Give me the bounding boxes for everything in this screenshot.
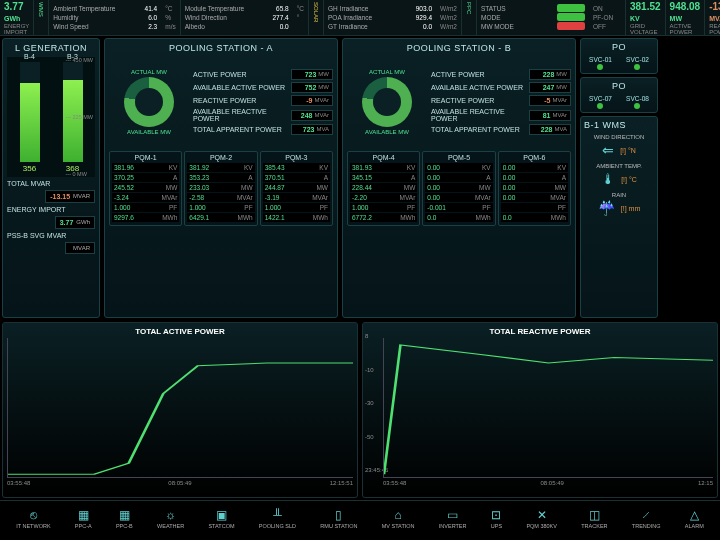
pool-a-donut: ACTUAL MW AVAILABLE MW	[109, 57, 189, 147]
pqm-PQM-3: PQM-3385.43KV370.51A244.87MW-3.19MVAr1.0…	[260, 151, 333, 226]
pooling sld-icon: ╨	[273, 508, 282, 522]
nav-weather[interactable]: ☼WEATHER	[157, 508, 184, 529]
reactive-power-chart: TOTAL REACTIVE POWER 8-10-30-5023:45:46 …	[362, 322, 718, 498]
nav-ppc-a[interactable]: ▦PPC-A	[75, 508, 92, 529]
ppc-b-icon: ▦	[119, 508, 130, 522]
nav-it network[interactable]: ⎋IT NETWORK	[16, 508, 50, 529]
statcom-icon: ▣	[216, 508, 227, 522]
ppc-status: STATUSONMODEPF-ONMW MODEOFF	[477, 0, 626, 35]
nav-pqm 380kv[interactable]: ✕PQM 380KV	[526, 508, 557, 529]
bar-B-4: B-4356	[11, 53, 48, 173]
pool-a-title: POOLING STATION - A	[109, 43, 333, 53]
wms-label: WMS	[34, 0, 49, 35]
top-metrics-bar: 3.77 GWh ENERGY IMPORT WMS Ambient Tempe…	[0, 0, 720, 36]
nav-trending[interactable]: ⟋TRENDING	[632, 508, 661, 529]
nav-tracker[interactable]: ◫TRACKER	[581, 508, 607, 529]
alarm-icon: △	[690, 508, 699, 522]
weather-icon: ☼	[165, 508, 176, 522]
generation-title: L GENERATION	[7, 43, 95, 53]
inverter-icon: ▭	[447, 508, 458, 522]
nav-alarm[interactable]: △ALARM	[685, 508, 704, 529]
nav-mv station[interactable]: ⌂MV STATION	[382, 508, 415, 529]
reactive-power-tile: -13.2 MVAr REACTIVE POWER	[705, 0, 720, 35]
bottom-nav: ⎋IT NETWORK▦PPC-A▦PPC-B☼WEATHER▣STATCOM╨…	[0, 500, 720, 536]
env-metrics-2: Module Temperature65.8°CWind Direction27…	[181, 0, 309, 35]
energy-import-tile: 3.77 GWh ENERGY IMPORT	[0, 0, 34, 35]
nav-statcom[interactable]: ▣STATCOM	[208, 508, 234, 529]
solar-label: SOLAR	[309, 0, 324, 35]
tracker-icon: ◫	[589, 508, 600, 522]
nav-ups[interactable]: ⊡UPS	[491, 508, 502, 529]
pqm-PQM-2: PQM-2381.92KV353.23A233.03MW-2.58MVAr1.0…	[184, 151, 257, 226]
it network-icon: ⎋	[30, 508, 37, 522]
pqm-PQM-6: PQM-60.00KV0.00A0.00MW0.00MVArPF0.0MWh	[498, 151, 571, 226]
generation-bars: B-4356B-3368 --- 450 MW--- 225 MW--- 0 M…	[7, 57, 95, 177]
wms-panel: B-1 WMS WIND DIRECTION⇐[!] °NAMBIENT TEM…	[580, 116, 658, 318]
pqm 380kv-icon: ✕	[537, 508, 547, 522]
active-power-tile: 948.08 MW ACTIVE POWER	[666, 0, 706, 35]
pqm-PQM-1: PQM-1381.96KV370.25A245.52MW-3.24MVAr1.0…	[109, 151, 182, 226]
rain-icon: ☔	[598, 200, 615, 216]
svc-panel-1: PO SVC-01SVC-02	[580, 38, 658, 74]
mv station-icon: ⌂	[394, 508, 401, 522]
pool-b-title: POOLING STATION - B	[347, 43, 571, 53]
ups-icon: ⊡	[491, 508, 501, 522]
ppc-label: PPC	[462, 0, 477, 35]
wind direction-icon: ⇐	[602, 142, 614, 158]
pqm-PQM-4: PQM-4381.93KV345.15A228.44MW-2.20MVAr1.0…	[347, 151, 420, 226]
nav-inverter[interactable]: ▭INVERTER	[439, 508, 467, 529]
pool-b-donut: ACTUAL MW AVAILABLE MW	[347, 57, 427, 147]
nav-ppc-b[interactable]: ▦PPC-B	[116, 508, 133, 529]
pooling-station-a: POOLING STATION - A ACTUAL MW AVAILABLE …	[104, 38, 338, 318]
ppc-a-icon: ▦	[78, 508, 89, 522]
pooling-station-b: POOLING STATION - B ACTUAL MW AVAILABLE …	[342, 38, 576, 318]
trending-icon: ⟋	[640, 508, 652, 522]
nav-rmu station[interactable]: ▯RMU STATION	[320, 508, 357, 529]
pqm-PQM-5: PQM-50.00KV0.00A0.00MW0.00MVAr-0.001PF0.…	[422, 151, 495, 226]
svc-panel-2: PO SVC-07SVC-08	[580, 77, 658, 113]
ambient temp.-icon: 🌡	[601, 171, 615, 187]
rmu station-icon: ▯	[335, 508, 342, 522]
nav-pooling sld[interactable]: ╨POOLING SLD	[259, 508, 296, 529]
solar-metrics: GH Irradiance903.0W/m2POA Irradiance929.…	[324, 0, 462, 35]
active-power-chart: TOTAL ACTIVE POWER 03:55:4808:05:4912:15…	[2, 322, 358, 498]
grid-voltage-tile: 381.52 KV GRID VOLTAGE	[626, 0, 666, 35]
generation-panel: L GENERATION B-4356B-3368 --- 450 MW--- …	[2, 38, 100, 318]
env-metrics-1: Ambient Temperature41.4°CHumidity6.0%Win…	[49, 0, 180, 35]
